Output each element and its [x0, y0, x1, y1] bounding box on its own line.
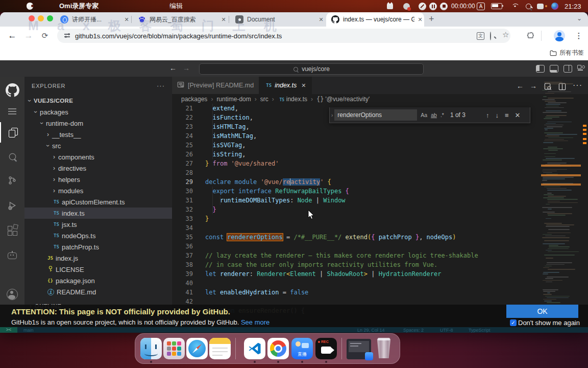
tree-item-license[interactable]: LICENSE — [24, 264, 172, 275]
code-line-30[interactable]: 30 export interface RefUnwrapBailTypes { — [172, 187, 349, 196]
dont-show-label[interactable]: Don't show me again — [518, 319, 580, 327]
code-line-23[interactable]: 23 isHTMLTag, — [172, 122, 250, 131]
apple-menu[interactable] — [27, 0, 33, 12]
tree-item-readme-md[interactable]: iREADME.md — [24, 286, 172, 297]
code-line-33[interactable]: 33} — [172, 214, 209, 223]
dock-finder-icon[interactable] — [140, 338, 162, 359]
tab3-close-icon[interactable]: ✕ — [317, 16, 325, 23]
back-button[interactable]: ← — [6, 30, 18, 42]
code-line-22[interactable]: 22 isFunction, — [172, 113, 253, 122]
code-line-26[interactable]: 26 isString, — [172, 150, 246, 159]
chrome-menu-icon[interactable]: ⋮ — [573, 30, 585, 42]
tree-item-index-ts[interactable]: TSindex.ts — [24, 208, 172, 219]
breadcrumb-item[interactable]: TSindex.ts — [278, 96, 307, 103]
tree-item-src[interactable]: ›src — [24, 140, 172, 151]
dock-trash-icon[interactable] — [375, 338, 393, 359]
editor-tab-index-ts[interactable]: TS index.ts ✕ — [259, 77, 311, 94]
dock-safari-icon[interactable] — [186, 338, 208, 359]
new-tab-button[interactable]: + — [429, 14, 434, 25]
spotlight-icon[interactable] — [526, 0, 531, 12]
editor-nav-forward-icon[interactable]: → — [530, 82, 537, 90]
encoding-indicator[interactable]: UTF-8 — [440, 328, 453, 333]
see-more-link[interactable]: See more — [241, 318, 270, 326]
code-line-34[interactable]: 34 — [172, 223, 205, 233]
battery-icon[interactable] — [491, 0, 502, 12]
tree-item-index-js[interactable]: JSindex.js — [24, 252, 172, 264]
explorer-more-actions-icon[interactable]: ··· — [157, 82, 165, 89]
dock-live-app-icon[interactable]: 直播 — [291, 338, 313, 359]
code-line-29[interactable]: 29declare module '@vue/reactivity' { — [172, 177, 331, 187]
tree-item-packages[interactable]: ›packages — [24, 106, 172, 118]
branch-indicator[interactable]: main — [23, 328, 34, 333]
code-line-32[interactable]: 32 } — [172, 205, 216, 214]
tab-search-chevron-icon[interactable]: ⌄ — [577, 15, 582, 22]
breadcrumb-item[interactable]: packages — [181, 96, 207, 103]
match-case-icon[interactable]: Aa — [421, 112, 427, 118]
dock-launchpad-icon[interactable] — [163, 338, 185, 359]
tab1-close-icon[interactable]: ✕ — [122, 16, 131, 23]
zoom-window-button[interactable] — [47, 15, 53, 21]
tab4-close-icon[interactable]: ✕ — [416, 16, 424, 23]
browser-tab-1[interactable]: 讲师开播... ✕ — [55, 12, 131, 27]
github-logo-icon[interactable] — [0, 80, 24, 100]
code-line-41[interactable]: 41let enabledHydration = false — [172, 288, 308, 297]
dont-show-checkbox[interactable]: ✓ — [510, 319, 517, 326]
ok-button[interactable]: OK — [506, 305, 578, 318]
find-previous-icon[interactable]: ↑ — [486, 111, 489, 119]
tree-item-apicustomelement-ts[interactable]: TSapiCustomElement.ts — [24, 196, 172, 208]
toggle-panel-icon[interactable] — [550, 65, 558, 73]
siri-icon[interactable] — [551, 0, 558, 12]
menubar-clock[interactable]: 21:23 — [565, 0, 581, 12]
code-line-35[interactable]: 35const rendererOptions = /*#__PURE__*/ … — [172, 233, 456, 242]
tree-item-components[interactable]: ›components — [24, 151, 172, 163]
tree-item-nodeops-ts[interactable]: TSnodeOps.ts — [24, 230, 172, 241]
editor-forward-icon[interactable]: → — [183, 64, 190, 72]
forward-button[interactable]: → — [22, 30, 35, 42]
code-line-31[interactable]: 31 runtimeDOMBailTypes: Node | Window — [172, 196, 346, 205]
breadcrumb-item[interactable]: runtime-dom — [216, 96, 251, 103]
reload-button[interactable]: ⟳ — [39, 30, 51, 42]
stop-recording-icon[interactable] — [440, 0, 448, 12]
indentation-indicator[interactable]: Spaces: 2 — [403, 328, 424, 333]
site-settings-icon[interactable] — [64, 33, 70, 39]
browser-tab-2[interactable]: 网易云_百度搜索 ✕ — [133, 12, 228, 27]
input-method-indicator[interactable]: A — [477, 0, 485, 12]
dock-minimized-window[interactable] — [347, 339, 371, 359]
audio-status-icon[interactable] — [403, 0, 410, 12]
code-line-21[interactable]: 21 extend, — [172, 104, 238, 113]
tree-item-runtime-dom[interactable]: ›runtime-dom — [24, 118, 172, 129]
bookmark-star-icon[interactable]: ☆ — [502, 30, 509, 39]
find-input[interactable] — [334, 109, 417, 121]
code-line-38[interactable]: 38// in case the user only imports react… — [172, 260, 437, 269]
code-line-39[interactable]: 39let renderer: Renderer<Element | Shado… — [172, 269, 441, 279]
dock-screen-recorder-icon[interactable]: REC — [315, 338, 337, 359]
draw-tool-icon[interactable] — [419, 0, 426, 12]
whole-word-icon[interactable]: ab — [431, 112, 437, 118]
find-next-icon[interactable]: ↓ — [495, 111, 499, 119]
wifi-icon[interactable] — [511, 0, 519, 12]
tree-item-patchprop-ts[interactable]: TSpatchProp.ts — [24, 241, 172, 252]
code-line-36[interactable]: 36 — [172, 242, 205, 251]
command-center-search[interactable]: vuejs/core — [199, 63, 424, 75]
code-line-40[interactable]: 40 — [172, 279, 205, 288]
tree-item-directives[interactable]: ›directives — [24, 163, 172, 174]
code-line-37[interactable]: 37// lazy create the renderer — this mak… — [172, 251, 478, 260]
close-find-icon[interactable]: ✕ — [515, 111, 521, 119]
tree-item-package-json[interactable]: {}package.json — [24, 275, 172, 286]
editor-nav-back-icon[interactable]: ← — [517, 82, 524, 90]
all-bookmarks-button[interactable]: 所有书签 — [550, 49, 584, 57]
extensions-icon[interactable] — [525, 30, 537, 42]
tree-item-jsx-ts[interactable]: TSjsx.ts — [24, 219, 172, 230]
menu-hamburger-icon[interactable] — [0, 101, 24, 122]
breadcrumb-item[interactable]: {}'@vue/reactivity' — [316, 96, 370, 103]
toggle-replace-chevron-icon[interactable]: › — [331, 112, 333, 118]
dock-notes-icon[interactable] — [209, 338, 231, 359]
run-debug-icon[interactable] — [0, 195, 24, 216]
code-line-27[interactable]: 27} from '@vue/shared' — [172, 159, 279, 168]
code-line-24[interactable]: 24 isMathMLTag, — [172, 131, 257, 141]
tab2-close-icon[interactable]: ✕ — [219, 16, 228, 23]
menubar-edit-menu[interactable]: 编辑 — [169, 0, 183, 12]
profile-avatar[interactable] — [553, 30, 566, 42]
breadcrumb-item[interactable]: src — [260, 96, 268, 103]
tree-item-modules[interactable]: ›modules — [24, 185, 172, 196]
